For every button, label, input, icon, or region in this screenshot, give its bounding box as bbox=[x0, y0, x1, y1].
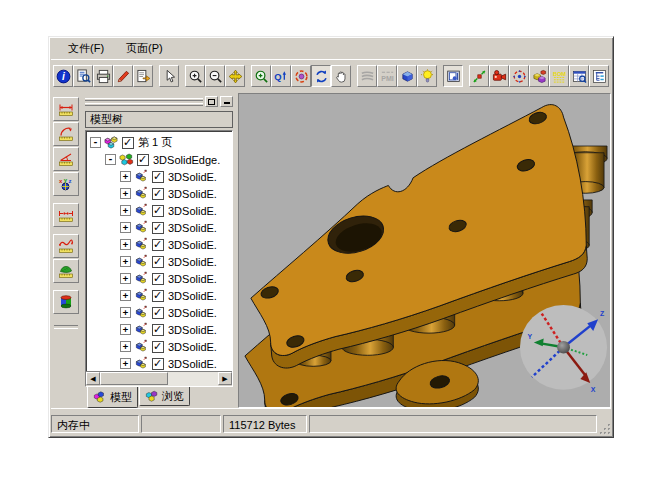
menu-item-file[interactable]: 文件(F) bbox=[59, 39, 113, 58]
tree-node-label[interactable]: 3DSolidE. bbox=[168, 290, 217, 302]
checkbox[interactable]: ✓ bbox=[152, 290, 164, 302]
zoom-in-button[interactable] bbox=[185, 65, 205, 87]
tab-browse[interactable]: 浏览 bbox=[139, 387, 190, 406]
model-panel-button[interactable] bbox=[443, 65, 463, 87]
select-button[interactable] bbox=[159, 65, 179, 87]
panel-title: 模型树 bbox=[85, 111, 233, 128]
status-bar: 内存中115712 Bytes bbox=[51, 408, 611, 436]
report-table-button[interactable] bbox=[569, 65, 589, 87]
expander-plus-icon[interactable]: + bbox=[120, 324, 131, 335]
expander-plus-icon[interactable]: + bbox=[120, 358, 131, 369]
expander-plus-icon[interactable]: + bbox=[120, 273, 131, 284]
measure-radius-button[interactable] bbox=[53, 122, 79, 146]
assembly-button[interactable] bbox=[529, 65, 549, 87]
export-document-button[interactable] bbox=[133, 65, 153, 87]
view-cube-button[interactable] bbox=[397, 65, 417, 87]
print-button[interactable] bbox=[93, 65, 113, 87]
expander-plus-icon[interactable]: + bbox=[120, 256, 131, 267]
checkbox[interactable]: ✓ bbox=[152, 324, 164, 336]
expander-plus-icon[interactable]: + bbox=[120, 341, 131, 352]
tree-node-label[interactable]: 3DSolidE. bbox=[168, 324, 217, 336]
scroll-right-button[interactable]: ▶ bbox=[218, 372, 232, 385]
tree-node-label[interactable]: 3DSolidE. bbox=[168, 171, 217, 183]
tree-node-label[interactable]: 3DSolidE. bbox=[168, 239, 217, 251]
light-icon bbox=[420, 69, 435, 84]
zoom-previous-button[interactable]: Q bbox=[271, 65, 291, 87]
pan-hand-button[interactable] bbox=[331, 65, 351, 87]
measure-curve-length-button[interactable] bbox=[53, 234, 79, 258]
tab-model[interactable]: 模型 bbox=[87, 387, 138, 408]
checkbox[interactable]: ✓ bbox=[152, 341, 164, 353]
refresh-view-button[interactable] bbox=[311, 65, 331, 87]
tree-node-label[interactable]: 第 1 页 bbox=[138, 135, 172, 150]
panel-maximize-button[interactable] bbox=[205, 96, 218, 107]
checkbox[interactable]: ✓ bbox=[152, 188, 164, 200]
checkbox[interactable]: ✓ bbox=[152, 358, 164, 370]
zoom-previous-icon: Q bbox=[274, 69, 289, 84]
checkbox[interactable]: ✓ bbox=[152, 171, 164, 183]
bom-button[interactable]: BOM bbox=[549, 65, 569, 87]
measure-area-button[interactable] bbox=[53, 259, 79, 283]
tree-node-label[interactable]: 3DSolidE. bbox=[168, 358, 217, 370]
checkbox[interactable]: ✓ bbox=[122, 137, 134, 149]
expander-plus-icon[interactable]: + bbox=[120, 290, 131, 301]
part-node-icon bbox=[133, 186, 149, 201]
menu-item-page[interactable]: 页面(P) bbox=[117, 39, 172, 58]
lighting-button[interactable] bbox=[417, 65, 437, 87]
zoom-out-button[interactable] bbox=[205, 65, 225, 87]
expander-plus-icon[interactable]: + bbox=[120, 222, 131, 233]
expander-minus-icon[interactable]: - bbox=[105, 154, 116, 165]
panel-gripper[interactable] bbox=[85, 95, 203, 108]
panel-hide-button[interactable] bbox=[220, 96, 233, 107]
scroll-thumb[interactable] bbox=[100, 372, 168, 385]
panel-top-bar bbox=[85, 95, 233, 108]
open-preview-button[interactable] bbox=[73, 65, 93, 87]
tree-node-label[interactable]: 3DSolidE. bbox=[168, 273, 217, 285]
measure-angle-button[interactable] bbox=[53, 147, 79, 171]
expander-plus-icon[interactable]: + bbox=[120, 307, 131, 318]
tree-node-label[interactable]: 3DSolidEdge. bbox=[153, 154, 220, 166]
rotate-view-button[interactable] bbox=[291, 65, 311, 87]
tree-node-label[interactable]: 3DSolidE. bbox=[168, 256, 217, 268]
expander-plus-icon[interactable]: + bbox=[120, 188, 131, 199]
pan-cross-button[interactable] bbox=[225, 65, 245, 87]
nav-ball[interactable]: Z Y X bbox=[520, 305, 607, 393]
tree-hscrollbar[interactable]: ◀ ▶ bbox=[86, 371, 232, 386]
measure-distance-button[interactable] bbox=[53, 97, 79, 121]
explode-button[interactable] bbox=[469, 65, 489, 87]
bom-icon: BOM bbox=[552, 69, 567, 84]
tree-node-label[interactable]: 3DSolidE. bbox=[168, 188, 217, 200]
tree-node-label[interactable]: 3DSolidE. bbox=[168, 307, 217, 319]
measure-coordinate-button[interactable]: xyz bbox=[53, 172, 79, 196]
tree-node-label[interactable]: 3DSolidE. bbox=[168, 341, 217, 353]
about-button[interactable]: i bbox=[53, 65, 73, 87]
expander-plus-icon[interactable]: + bbox=[120, 205, 131, 216]
tree-row: +✓3DSolidE. bbox=[88, 202, 232, 219]
checkbox[interactable]: ✓ bbox=[152, 222, 164, 234]
checkbox[interactable]: ✓ bbox=[152, 239, 164, 251]
checkbox[interactable]: ✓ bbox=[152, 307, 164, 319]
structure-tree-button[interactable] bbox=[589, 65, 609, 87]
about-icon: i bbox=[56, 69, 71, 84]
animation-button[interactable] bbox=[489, 65, 509, 87]
expander-plus-icon[interactable]: + bbox=[120, 239, 131, 250]
expander-minus-icon[interactable]: - bbox=[90, 137, 101, 148]
scroll-left-button[interactable]: ◀ bbox=[86, 372, 100, 385]
resize-grip[interactable] bbox=[599, 423, 611, 435]
checkbox[interactable]: ✓ bbox=[137, 154, 149, 166]
viewport-canvas[interactable]: Z Y X bbox=[239, 94, 610, 407]
zoom-window-button[interactable] bbox=[251, 65, 271, 87]
rotate-axis-button[interactable] bbox=[509, 65, 529, 87]
viewport-3d[interactable]: Z Y X bbox=[238, 93, 611, 408]
scroll-track[interactable] bbox=[100, 372, 218, 386]
checkbox[interactable]: ✓ bbox=[152, 205, 164, 217]
measure-volume-button[interactable] bbox=[53, 290, 79, 314]
tree-node-label[interactable]: 3DSolidE. bbox=[168, 205, 217, 217]
measure-min-distance-button[interactable] bbox=[53, 203, 79, 227]
tree-node-label[interactable]: 3DSolidE. bbox=[168, 222, 217, 234]
checkbox[interactable]: ✓ bbox=[152, 256, 164, 268]
checkbox[interactable]: ✓ bbox=[152, 273, 164, 285]
annotate-button[interactable] bbox=[113, 65, 133, 87]
measure-toolbar: xyz bbox=[51, 93, 81, 408]
expander-plus-icon[interactable]: + bbox=[120, 171, 131, 182]
